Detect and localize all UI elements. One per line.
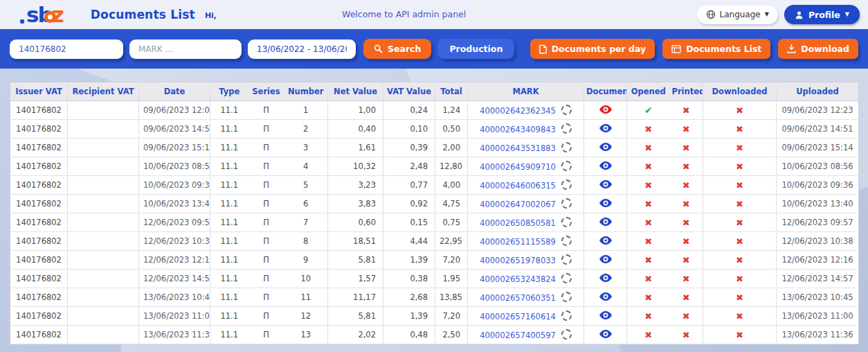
opened-status-icon: ✖: [644, 330, 652, 340]
refresh-spinner-icon[interactable]: [561, 105, 572, 115]
downloaded-cell: ✖: [703, 195, 777, 213]
table-row: 140176802 09/06/2023 15:14 11.1 Π 3 1,61…: [10, 139, 859, 157]
issuer-vat-cell: 140176802: [10, 101, 68, 120]
downloaded-cell: ✖: [703, 213, 777, 232]
view-document-icon[interactable]: [599, 105, 612, 114]
documents-per-day-button[interactable]: Documents per day: [530, 39, 655, 59]
view-document-icon[interactable]: [599, 199, 612, 207]
top-bar: sbz Documents List Hi, Welcome to API ad…: [0, 0, 868, 29]
refresh-spinner-icon[interactable]: [561, 273, 572, 283]
view-document-icon[interactable]: [599, 124, 612, 132]
uploaded-cell: 10/06/2023 13:40: [777, 195, 859, 213]
opened-status-icon: ✖: [644, 274, 652, 284]
refresh-spinner-icon[interactable]: [561, 254, 572, 265]
mark-link[interactable]: 400002653243824: [480, 274, 556, 284]
mark-link[interactable]: 400002646006315: [480, 181, 556, 191]
date-range-input[interactable]: [248, 39, 356, 59]
mark-link[interactable]: 400002657160614: [480, 312, 556, 322]
document-cell: [584, 232, 627, 251]
issuer-vat-input[interactable]: [10, 39, 123, 59]
col-downloaded: Downloaded: [703, 82, 777, 101]
table-row: 140176802 12/06/2023 10:38 11.1 Π 8 18,5…: [10, 232, 859, 251]
view-document-icon[interactable]: [599, 236, 612, 245]
vat-value-cell: 0,39: [383, 139, 435, 157]
mark-cell: 400002645909710: [468, 157, 584, 176]
opened-status-icon: ✔: [644, 105, 653, 116]
mark-link[interactable]: 400002651115589: [480, 237, 556, 247]
recipient-vat-cell: [68, 232, 139, 251]
mark-input[interactable]: [129, 39, 242, 59]
table-header-row: Issuer VAT Recipient VAT Date Type Serie…: [10, 82, 859, 101]
total-cell: 13,85: [435, 288, 468, 307]
downloaded-status-icon: ✖: [736, 199, 743, 209]
series-cell: Π: [248, 157, 284, 176]
mark-cell: 400002642362345: [468, 101, 584, 120]
mark-cell: 400002651115589: [468, 232, 584, 251]
documents-list-button[interactable]: Documents List: [662, 39, 770, 59]
downloaded-status-icon: ✖: [736, 124, 743, 134]
refresh-spinner-icon[interactable]: [561, 161, 572, 171]
download-button[interactable]: Download: [778, 39, 858, 59]
mark-link[interactable]: 400002643531883: [480, 143, 556, 153]
printed-status-icon: ✖: [682, 255, 690, 265]
mark-link[interactable]: 400002643409843: [480, 125, 556, 134]
mark-link[interactable]: 400002650850581: [480, 218, 556, 228]
date-cell: 10/06/2023 09:36: [139, 176, 210, 195]
view-document-icon[interactable]: [599, 143, 612, 151]
view-document-icon[interactable]: [599, 330, 612, 338]
search-label: Search: [388, 44, 421, 54]
total-cell: 0,50: [435, 120, 468, 139]
number-cell: 5: [284, 176, 328, 195]
document-cell: [584, 120, 627, 139]
refresh-spinner-icon[interactable]: [561, 217, 572, 227]
recipient-vat-cell: [68, 120, 139, 139]
total-cell: 22,95: [435, 232, 468, 251]
printed-status-icon: ✖: [682, 124, 690, 134]
view-document-icon[interactable]: [599, 274, 612, 282]
recipient-vat-cell: [68, 195, 139, 213]
view-document-icon[interactable]: [599, 161, 612, 170]
mark-link[interactable]: 400002645909710: [480, 162, 556, 172]
mark-link[interactable]: 400002642362345: [480, 106, 556, 116]
view-document-icon[interactable]: [599, 180, 612, 188]
issuer-vat-cell: 140176802: [10, 288, 68, 307]
mark-link[interactable]: 400002657400597: [480, 331, 556, 340]
list-table-icon: [671, 45, 681, 53]
view-document-icon[interactable]: [599, 255, 612, 263]
refresh-spinner-icon[interactable]: [561, 198, 572, 209]
refresh-spinner-icon[interactable]: [561, 179, 572, 190]
col-type: Type: [210, 82, 248, 101]
documents-per-day-label: Documents per day: [552, 44, 647, 54]
opened-status-icon: ✖: [644, 255, 652, 265]
type-cell: 11.1: [210, 288, 248, 307]
refresh-spinner-icon[interactable]: [561, 142, 572, 152]
mark-link[interactable]: 400002657060351: [480, 293, 556, 303]
opened-status-icon: ✖: [644, 161, 652, 172]
profile-dropdown-button[interactable]: Profile ▼: [784, 5, 860, 24]
refresh-spinner-icon[interactable]: [561, 310, 572, 321]
printed-cell: ✖: [670, 232, 703, 251]
language-dropdown-button[interactable]: Language ▼: [697, 6, 778, 24]
printed-status-icon: ✖: [682, 199, 690, 209]
view-document-icon[interactable]: [599, 311, 612, 319]
mark-link[interactable]: 400002647002067: [480, 200, 556, 209]
series-cell: Π: [248, 326, 284, 344]
production-button[interactable]: Production: [437, 39, 514, 59]
document-cell: [584, 213, 627, 232]
refresh-spinner-icon[interactable]: [561, 236, 572, 246]
view-document-icon[interactable]: [599, 218, 612, 226]
downloaded-status-icon: ✖: [736, 330, 743, 340]
recipient-vat-cell: [68, 157, 139, 176]
view-document-icon[interactable]: [599, 292, 612, 301]
search-button[interactable]: Search: [363, 39, 431, 59]
mark-link[interactable]: 400002651978033: [480, 256, 556, 265]
number-cell: 10: [284, 270, 328, 288]
refresh-spinner-icon[interactable]: [561, 123, 572, 134]
number-cell: 2: [284, 120, 328, 139]
opened-cell: ✖: [627, 232, 670, 251]
refresh-spinner-icon[interactable]: [561, 292, 572, 302]
downloaded-cell: ✖: [703, 139, 777, 157]
date-cell: 13/06/2023 11:00: [139, 307, 210, 326]
refresh-spinner-icon[interactable]: [561, 329, 572, 340]
type-cell: 11.1: [210, 307, 248, 326]
